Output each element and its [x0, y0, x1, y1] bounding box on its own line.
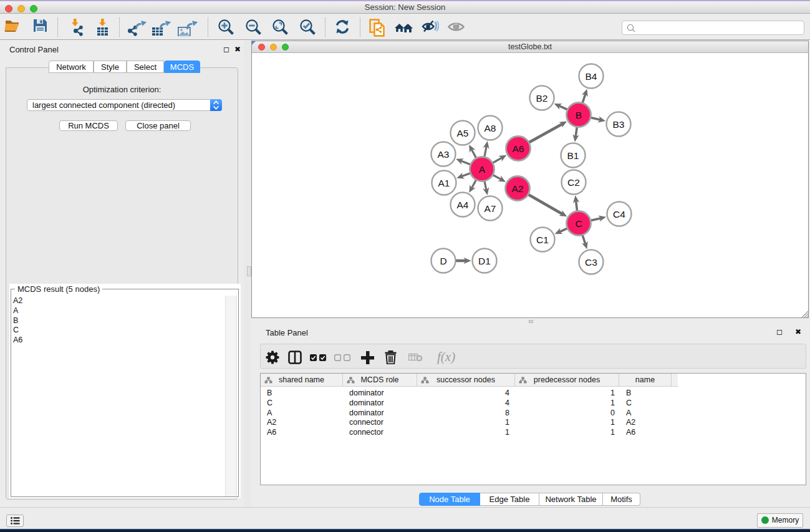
svg-text:C1: C1: [536, 235, 549, 245]
svg-text:A8: A8: [485, 123, 496, 133]
svg-text:C4: C4: [613, 209, 625, 220]
svg-text:A5: A5: [457, 128, 469, 138]
svg-text:A7: A7: [485, 203, 496, 214]
svg-text:A2: A2: [512, 183, 524, 194]
svg-text:A1: A1: [438, 178, 450, 188]
svg-text:B: B: [576, 110, 582, 120]
svg-text:A6: A6: [513, 143, 524, 154]
svg-text:B2: B2: [536, 93, 548, 104]
svg-text:A4: A4: [457, 200, 469, 210]
svg-text:C3: C3: [585, 257, 597, 268]
svg-text:A: A: [479, 164, 486, 175]
svg-text:D: D: [440, 256, 446, 266]
svg-text:C2: C2: [567, 177, 580, 188]
svg-text:B4: B4: [586, 71, 597, 82]
svg-text:A3: A3: [438, 149, 450, 160]
svg-text:D1: D1: [478, 256, 491, 266]
svg-text:B3: B3: [613, 119, 625, 130]
svg-text:B1: B1: [567, 150, 579, 161]
svg-text:C: C: [575, 218, 582, 229]
